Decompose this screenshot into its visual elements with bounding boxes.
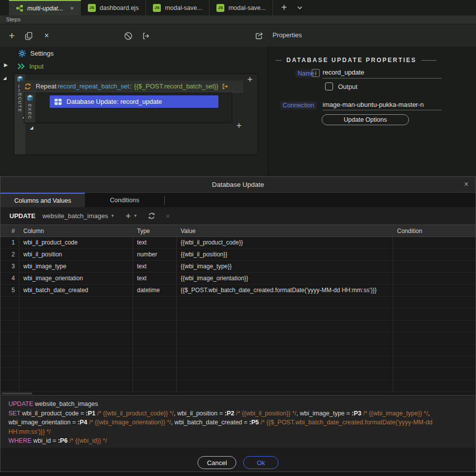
grid-cell-condition[interactable] (393, 249, 476, 260)
remove-column-button[interactable]: × (166, 212, 170, 220)
grid-row[interactable] (0, 320, 476, 332)
grid-cell-condition[interactable] (393, 309, 476, 320)
grid-cell-type[interactable] (133, 380, 177, 392)
name-input[interactable] (323, 69, 442, 76)
grid-cell-value[interactable]: {{wbi_il_position}} (177, 249, 393, 260)
grid-cell-num[interactable] (0, 380, 19, 392)
grid-cell-value[interactable]: {{wbi_image_type}} (177, 261, 393, 272)
tab-close-icon[interactable]: × (70, 4, 74, 12)
grid-row[interactable]: 1wbi_il_product_codetext{{wbi_il_product… (0, 237, 476, 249)
grid-cell-num[interactable] (0, 297, 19, 308)
grid-row[interactable]: 2wbi_il_positionnumber{{wbi_il_position}… (0, 249, 476, 261)
grid-cell-type[interactable]: text (133, 273, 177, 284)
grid-cell-condition[interactable] (393, 237, 476, 248)
exec-expander[interactable]: ◢ (30, 125, 33, 130)
refresh-button[interactable] (147, 212, 156, 220)
grid-cell-condition[interactable] (393, 261, 476, 272)
grid-cell-column[interactable] (19, 297, 133, 308)
grid-cell-num[interactable]: 4 (0, 273, 19, 284)
editor-tab[interactable]: multi-updat...× (9, 0, 81, 15)
grid-cell-type[interactable] (133, 368, 177, 380)
grid-cell-condition[interactable] (393, 297, 476, 308)
connection-select[interactable]: image-man-ubuntu-pukka-master-n ▼ (323, 99, 442, 110)
grid-cell-num[interactable] (0, 320, 19, 332)
grid-cell-column[interactable] (19, 356, 133, 368)
grid-cell-value[interactable] (177, 368, 393, 380)
grid-cell-type[interactable] (133, 356, 177, 368)
tree-item-repeat[interactable]: Repeat record_repeat_batch_set: {{$_POST… (20, 80, 243, 92)
grid-cell-value[interactable] (177, 380, 393, 392)
grid-cell-num[interactable]: 2 (0, 249, 19, 260)
editor-tab[interactable]: JSmodal-save... (209, 0, 273, 15)
grid-row[interactable] (0, 368, 476, 380)
grid-cell-num[interactable] (0, 344, 19, 356)
grid-cell-type[interactable]: text (133, 237, 177, 248)
grid-row[interactable] (0, 380, 476, 392)
copy-step-button[interactable] (24, 31, 34, 41)
grid-row[interactable] (0, 344, 476, 356)
grid-cell-condition[interactable] (393, 332, 476, 344)
tree-item-settings[interactable]: Settings (18, 48, 54, 59)
grid-cell-column[interactable] (19, 309, 133, 320)
grid-row[interactable]: 4wbi_image_orientationtext{{wbi_image_or… (0, 273, 476, 285)
grid-cell-column[interactable] (19, 332, 133, 344)
grid-cell-column[interactable]: wbi_il_position (19, 249, 133, 260)
grid-scrollbar[interactable] (0, 392, 476, 395)
grid-cell-value[interactable]: {{wbi_image_orientation}} (177, 273, 393, 284)
grid-cell-type[interactable]: datetime (133, 285, 177, 296)
update-options-button[interactable]: Update Options (322, 114, 409, 125)
grid-cell-column[interactable]: wbi_image_type (19, 261, 133, 272)
grid-row[interactable] (0, 297, 476, 309)
grid-row[interactable]: 5wbi_batch_date_createddatetime{{$_POST.… (0, 285, 476, 297)
grid-cell-type[interactable] (133, 344, 177, 356)
tab-columns-and-values[interactable]: Columns and Values (0, 193, 85, 207)
grid-cell-num[interactable]: 5 (0, 285, 19, 296)
grid-cell-column[interactable]: wbi_image_orientation (19, 273, 133, 284)
table-select[interactable]: website_batch_images (42, 212, 108, 220)
grid-cell-column[interactable]: wbi_il_product_code (19, 237, 133, 248)
add-column-button[interactable]: + (126, 211, 131, 222)
tree-item-input[interactable]: Input (17, 61, 44, 72)
grid-cell-condition[interactable] (393, 344, 476, 356)
grid-row[interactable] (0, 332, 476, 344)
grid-cell-column[interactable] (19, 344, 133, 356)
grid-cell-column[interactable] (19, 380, 133, 392)
grid-cell-value[interactable] (177, 332, 393, 344)
grid-cell-type[interactable] (133, 297, 177, 308)
grid-cell-condition[interactable] (393, 285, 476, 296)
grid-cell-num[interactable]: 3 (0, 261, 19, 272)
exit-step-button[interactable] (140, 31, 150, 41)
share-workflow-button[interactable] (254, 31, 264, 41)
editor-tab[interactable]: JSmodal-save... (146, 0, 209, 15)
output-checkbox[interactable] (325, 82, 333, 90)
grid-cell-value[interactable] (177, 320, 393, 332)
tab-conditions[interactable]: Conditions (85, 193, 164, 207)
input-expander[interactable]: ▶ (4, 62, 8, 68)
grid-cell-value[interactable]: {{wbi_il_product_code}} (177, 237, 393, 248)
grid-cell-value[interactable] (177, 356, 393, 368)
grid-row[interactable] (0, 356, 476, 368)
disable-step-button[interactable] (123, 31, 133, 41)
grid-cell-value[interactable] (177, 297, 393, 308)
grid-cell-type[interactable] (133, 332, 177, 344)
grid-cell-column[interactable] (19, 368, 133, 380)
grid-cell-type[interactable]: number (133, 249, 177, 260)
add-step-button[interactable]: + (7, 31, 17, 41)
grid-cell-condition[interactable] (393, 273, 476, 284)
ok-button[interactable]: Ok (243, 456, 278, 469)
cancel-button[interactable]: Cancel (198, 456, 236, 469)
delete-step-button[interactable]: × (42, 31, 52, 41)
tree-item-database-update[interactable]: Database Update: record_update (50, 95, 218, 108)
grid-cell-column[interactable]: wbi_batch_date_created (19, 285, 133, 296)
info-icon[interactable]: i (312, 69, 320, 77)
scrollbar-thumb[interactable] (1, 393, 32, 395)
grid-cell-condition[interactable] (393, 380, 476, 392)
editor-tab[interactable]: JSdashboard.ejs (81, 0, 146, 15)
grid-row[interactable]: 3wbi_image_typetext{{wbi_image_type}} (0, 261, 476, 273)
grid-cell-num[interactable] (0, 332, 19, 344)
grid-cell-condition[interactable] (393, 356, 476, 368)
grid-cell-value[interactable] (177, 344, 393, 356)
grid-cell-type[interactable] (133, 320, 177, 332)
grid-cell-type[interactable]: text (133, 261, 177, 272)
grid-cell-type[interactable] (133, 309, 177, 320)
